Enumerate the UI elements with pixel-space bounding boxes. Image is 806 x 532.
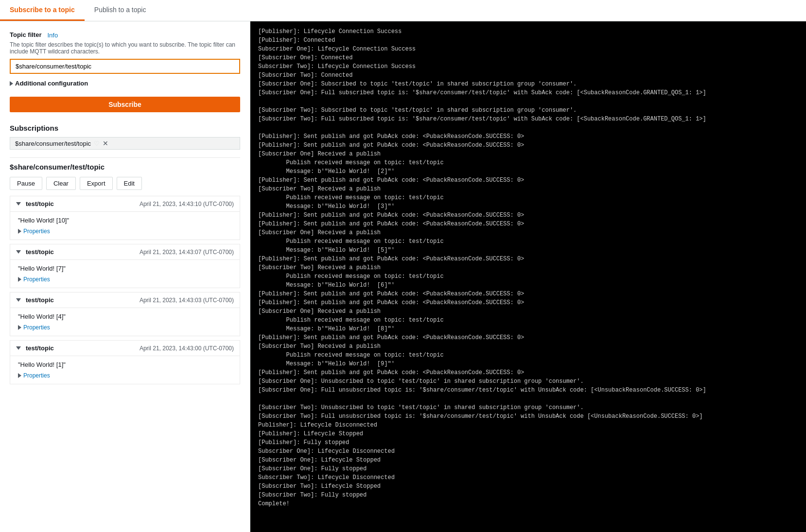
collapse-icon <box>16 250 21 254</box>
properties-toggle[interactable]: Properties <box>18 228 232 235</box>
properties-chevron-icon <box>18 229 21 234</box>
properties-label: Properties <box>23 276 50 283</box>
collapse-icon <box>16 346 21 350</box>
properties-chevron-icon <box>18 325 21 330</box>
message-timestamp: April 21, 2023, 14:43:03 (UTC-0700) <box>140 297 234 304</box>
topic-filter-label: Topic filter <box>10 31 41 38</box>
tab-bar: Subscribe to a topic Publish to a topic <box>0 0 806 21</box>
clear-button[interactable]: Clear <box>46 177 76 190</box>
additional-config-label: Additional configuration <box>15 80 88 87</box>
message-card-body: "Hello World! [4]" Properties <box>10 308 240 336</box>
properties-label: Properties <box>23 324 50 331</box>
message-topic: test/topic <box>26 296 54 304</box>
message-card: test/topic April 21, 2023, 14:43:03 (UTC… <box>10 292 240 336</box>
topic-filter-desc: The topic filter describes the topic(s) … <box>10 41 240 55</box>
close-subscription-icon[interactable]: ✕ <box>103 139 108 147</box>
console-panel: [Publisher]: Lifecycle Connection Succes… <box>250 21 806 532</box>
subscription-tag: $share/consumer/test/topic ♡ ✕ <box>10 137 240 150</box>
subscription-topic-label: $share/consumer/test/topic <box>15 140 91 147</box>
message-card: test/topic April 21, 2023, 14:43:10 (UTC… <box>10 196 240 240</box>
message-card-header[interactable]: test/topic April 21, 2023, 14:43:10 (UTC… <box>10 196 240 212</box>
additional-config-toggle[interactable]: Additional configuration <box>10 80 240 87</box>
properties-toggle[interactable]: Properties <box>18 372 232 379</box>
app-container: Subscribe to a topic Publish to a topic … <box>0 0 806 532</box>
pause-button[interactable]: Pause <box>10 177 42 190</box>
properties-label: Properties <box>23 372 50 379</box>
message-controls: Pause Clear Export Edit <box>10 177 240 190</box>
export-button[interactable]: Export <box>80 177 113 190</box>
collapse-icon <box>16 202 21 206</box>
message-card-header[interactable]: test/topic April 21, 2023, 14:43:03 (UTC… <box>10 292 240 308</box>
topic-filter-label-row: Topic filter Info <box>10 31 240 39</box>
message-content: "Hello World! [1]" <box>18 361 232 368</box>
message-card-header[interactable]: test/topic April 21, 2023, 14:43:00 (UTC… <box>10 341 240 356</box>
additional-config-chevron-icon <box>10 81 13 86</box>
tab-publish[interactable]: Publish to a topic <box>85 0 156 21</box>
collapse-icon <box>16 298 21 302</box>
message-timestamp: April 21, 2023, 14:43:07 (UTC-0700) <box>140 249 234 256</box>
message-card: test/topic April 21, 2023, 14:43:00 (UTC… <box>10 340 240 384</box>
properties-toggle[interactable]: Properties <box>18 276 232 283</box>
message-card-body: "Hello World! [1]" Properties <box>10 356 240 384</box>
subscribe-button[interactable]: Subscribe <box>10 97 240 112</box>
topic-filter-input[interactable] <box>10 59 240 74</box>
message-content: "Hello World! [4]" <box>18 313 232 320</box>
properties-chevron-icon <box>18 277 21 282</box>
message-timestamp: April 21, 2023, 14:43:00 (UTC-0700) <box>140 345 234 352</box>
heart-icon[interactable]: ♡ <box>94 140 100 147</box>
properties-chevron-icon <box>18 373 21 378</box>
message-list: test/topic April 21, 2023, 14:43:10 (UTC… <box>10 196 240 388</box>
properties-label: Properties <box>23 228 50 235</box>
message-content: "Hello World! [10]" <box>18 217 232 224</box>
topic-filter-info-link[interactable]: Info <box>47 32 58 39</box>
message-card-header[interactable]: test/topic April 21, 2023, 14:43:07 (UTC… <box>10 244 240 260</box>
message-card: test/topic April 21, 2023, 14:43:07 (UTC… <box>10 244 240 288</box>
message-card-body: "Hello World! [7]" Properties <box>10 260 240 288</box>
properties-toggle[interactable]: Properties <box>18 324 232 331</box>
message-timestamp: April 21, 2023, 14:43:10 (UTC-0700) <box>140 201 234 207</box>
messages-topic-title: $share/consumer/test/topic <box>10 157 240 171</box>
message-topic: test/topic <box>26 200 54 207</box>
left-panel: Topic filter Info The topic filter descr… <box>0 21 250 532</box>
edit-button[interactable]: Edit <box>117 177 142 190</box>
tab-subscribe[interactable]: Subscribe to a topic <box>0 0 85 21</box>
message-topic: test/topic <box>26 248 54 256</box>
main-layout: Topic filter Info The topic filter descr… <box>0 21 806 532</box>
message-topic: test/topic <box>26 344 54 352</box>
message-card-body: "Hello World! [10]" Properties <box>10 212 240 240</box>
subscriptions-title: Subscriptions <box>10 124 240 132</box>
message-content: "Hello World! [7]" <box>18 265 232 272</box>
